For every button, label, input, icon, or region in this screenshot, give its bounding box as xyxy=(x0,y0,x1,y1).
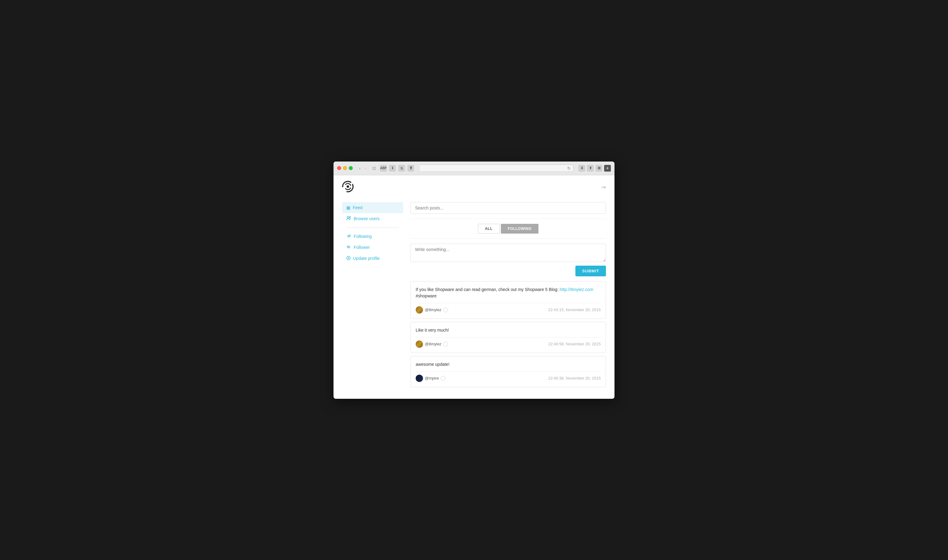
post-text-content: awesome update! xyxy=(416,362,449,367)
traffic-lights xyxy=(337,166,353,170)
page-content: ⇒ ▦ Feed xyxy=(334,175,614,399)
filter-all-button[interactable]: ALL xyxy=(478,224,500,234)
post-timestamp: 22:40:38, November 20, 2015 xyxy=(548,376,601,380)
download-icon[interactable]: ⬇ xyxy=(579,165,585,172)
reload-button[interactable]: ↻ xyxy=(567,166,571,171)
avatar xyxy=(416,375,423,382)
post-hashtag: #shopware xyxy=(416,294,437,298)
follower-icon xyxy=(346,245,351,250)
s-extension-icon[interactable]: S xyxy=(398,165,405,172)
post-divider xyxy=(416,371,601,372)
following-icon xyxy=(346,234,351,239)
share-icon[interactable]: ⬆ xyxy=(587,165,594,172)
content-area: ALL FOLLOWING SUBMIT If you like Shopwar… xyxy=(411,202,606,390)
svg-point-4 xyxy=(349,217,351,218)
svg-point-5 xyxy=(349,235,351,236)
sidebar-item-feed-label: Feed xyxy=(353,205,363,210)
sidebar-item-following[interactable]: Following xyxy=(342,231,403,242)
post-link[interactable]: http://8mylez.com xyxy=(560,287,593,292)
content-divider xyxy=(411,218,606,219)
browser-nav: ‹ › xyxy=(358,165,368,171)
minimize-button[interactable] xyxy=(343,166,347,170)
svg-point-2 xyxy=(347,185,349,188)
browser-toolbar-right: ⬇ ⬆ ⊞ + xyxy=(579,165,611,172)
submit-row: SUBMIT xyxy=(411,266,606,276)
update-profile-icon xyxy=(346,256,351,261)
sidebar-item-follower-label: Follower xyxy=(354,245,370,250)
like-button[interactable] xyxy=(443,342,448,346)
svg-point-3 xyxy=(347,217,349,218)
avatar xyxy=(416,340,423,348)
browser-window: ‹ › ⊡ ABP ℹ S ❡ joingravity.com ↻ ⬇ ⬆ ⊞ … xyxy=(334,162,614,399)
logo xyxy=(342,181,354,194)
sidebar-item-follower[interactable]: Follower xyxy=(342,242,403,253)
info-extension-icon[interactable]: ℹ xyxy=(389,165,396,172)
avatar xyxy=(416,306,423,314)
forward-button[interactable]: › xyxy=(363,165,368,171)
author-name: @mpire xyxy=(425,376,439,380)
write-textarea[interactable] xyxy=(411,244,606,262)
content-divider-2 xyxy=(411,238,606,239)
like-button[interactable] xyxy=(443,308,448,312)
back-button[interactable]: ‹ xyxy=(358,165,362,171)
post-meta: @8mylez 22:43:15, November 20, 2015 xyxy=(416,306,601,314)
sidebar-item-feed[interactable]: ▦ Feed xyxy=(342,202,403,213)
post-timestamp: 22:43:15, November 20, 2015 xyxy=(548,308,601,312)
logout-button[interactable]: ⇒ xyxy=(601,184,606,191)
like-button[interactable] xyxy=(441,376,446,381)
post-text: awesome update! xyxy=(416,361,601,368)
new-tab-icon[interactable]: + xyxy=(604,165,611,172)
search-input[interactable] xyxy=(411,202,606,214)
post-divider xyxy=(416,337,601,337)
post-timestamp: 22:40:58, November 20, 2015 xyxy=(548,342,601,346)
post-author: @mpire xyxy=(416,375,446,382)
sidebar: ▦ Feed Browse users xyxy=(342,202,403,390)
page-header: ⇒ xyxy=(334,175,614,199)
pocket-extension-icon[interactable]: ❡ xyxy=(408,165,414,172)
window-toggle-button[interactable]: ⊡ xyxy=(371,165,377,171)
post-author: @8mylez xyxy=(416,306,448,314)
filter-following-button[interactable]: FOLLOWING xyxy=(501,224,539,234)
post-text-content: Like it very much! xyxy=(416,328,449,332)
feed-icon: ▦ xyxy=(346,205,350,210)
svg-point-8 xyxy=(348,257,349,258)
post-card: awesome update! @mpire 22:40:38, Novembe… xyxy=(411,356,606,387)
submit-button[interactable]: SUBMIT xyxy=(576,266,606,276)
post-author: @8mylez xyxy=(416,340,448,348)
browser-chrome: ‹ › ⊡ ABP ℹ S ❡ joingravity.com ↻ ⬇ ⬆ ⊞ … xyxy=(334,162,614,175)
address-bar-area: joingravity.com ↻ xyxy=(419,165,574,172)
sidebar-item-following-label: Following xyxy=(354,234,372,239)
abp-extension-icon[interactable]: ABP xyxy=(380,165,387,172)
sidebar-item-browse-users-label: Browse users xyxy=(354,216,380,221)
post-text: Like it very much! xyxy=(416,327,601,334)
sidebar-divider xyxy=(346,228,399,228)
address-bar-input[interactable]: joingravity.com xyxy=(422,166,565,171)
post-meta: @mpire 22:40:38, November 20, 2015 xyxy=(416,375,601,382)
sidebar-item-update-profile[interactable]: Update profile xyxy=(342,253,403,264)
post-text: If you like Shopware and can read german… xyxy=(416,286,601,299)
post-text-before-link: If you like Shopware and can read german… xyxy=(416,287,560,292)
post-card: Like it very much! @8mylez 22:40:58, Nov… xyxy=(411,322,606,353)
sidebar-icon[interactable]: ⊞ xyxy=(596,165,602,172)
sidebar-item-browse-users[interactable]: Browse users xyxy=(342,213,403,225)
filter-buttons: ALL FOLLOWING xyxy=(411,224,606,234)
author-name: @8mylez xyxy=(425,342,441,346)
svg-point-6 xyxy=(347,246,349,247)
browse-users-icon xyxy=(346,216,351,222)
post-card: If you like Shopware and can read german… xyxy=(411,281,606,319)
close-button[interactable] xyxy=(337,166,341,170)
author-name: @8mylez xyxy=(425,308,441,312)
main-layout: ▦ Feed Browse users xyxy=(334,199,614,399)
maximize-button[interactable] xyxy=(349,166,353,170)
post-meta: @8mylez 22:40:58, November 20, 2015 xyxy=(416,340,601,348)
svg-point-7 xyxy=(347,256,350,260)
sidebar-item-update-profile-label: Update profile xyxy=(353,256,380,261)
